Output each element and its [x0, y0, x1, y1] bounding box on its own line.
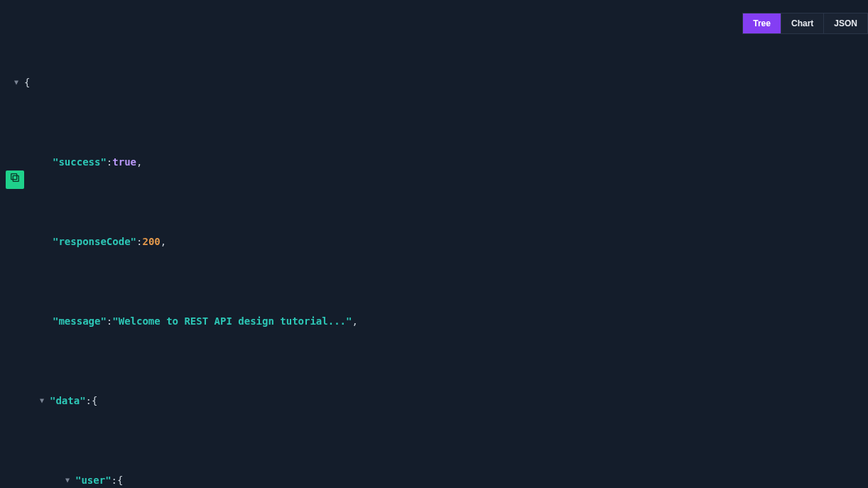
view-mode-toolbar: Tree Chart JSON: [742, 13, 868, 34]
property-data[interactable]: ▼"data": {: [14, 391, 868, 411]
caret-icon[interactable]: ▼: [14, 72, 24, 92]
caret-icon[interactable]: ▼: [40, 391, 50, 411]
tab-json[interactable]: JSON: [824, 13, 867, 33]
root-open[interactable]: ▼{: [14, 72, 868, 92]
tab-chart[interactable]: Chart: [781, 13, 824, 33]
copy-icon: [9, 170, 21, 190]
property-responsecode[interactable]: "responseCode": 200,: [14, 232, 868, 251]
property-message[interactable]: "message": "Welcome to REST API design t…: [14, 311, 868, 331]
json-tree-viewer: ▼{ "success": true, "responseCode": 200,…: [0, 0, 868, 488]
caret-icon[interactable]: ▼: [65, 470, 75, 488]
property-success[interactable]: "success": true,: [14, 152, 868, 172]
copy-button[interactable]: [6, 170, 24, 189]
svg-rect-0: [13, 175, 18, 181]
property-user[interactable]: ▼"user": {: [14, 470, 868, 488]
tab-tree[interactable]: Tree: [743, 13, 781, 33]
svg-rect-1: [11, 174, 17, 180]
